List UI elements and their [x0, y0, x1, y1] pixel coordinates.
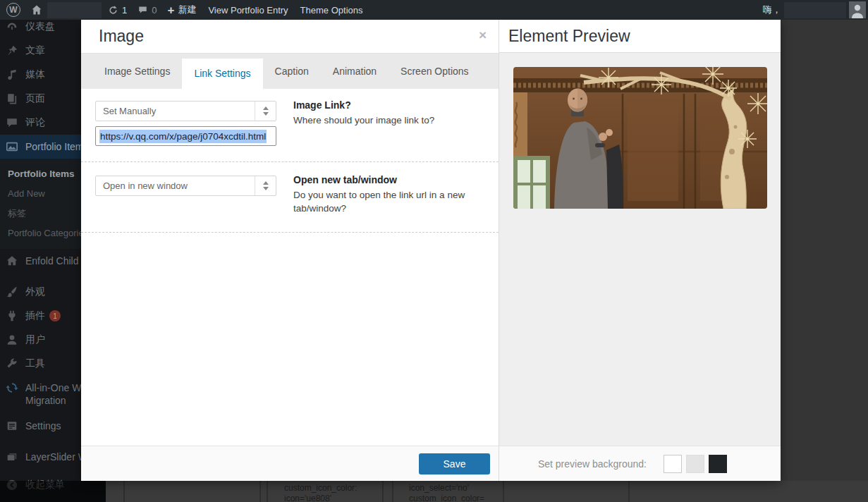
select-stepper-icon [255, 176, 276, 195]
layerslider-icon [6, 451, 18, 463]
save-button[interactable]: Save [419, 453, 490, 475]
tools-icon [6, 357, 18, 370]
shortcode-text: icon_select='no' custom_icon_color= [409, 483, 484, 502]
migration-icon [6, 381, 18, 394]
image-link-row: Set Manually https://v.qq.com/x/page/j07… [81, 89, 499, 162]
home-icon [6, 255, 18, 267]
preview-background-label: Set preview background: [538, 458, 647, 470]
dimmed-page-background: custom_icon_color: icon='ue808' icon_sel… [106, 481, 868, 502]
close-icon[interactable]: × [479, 28, 487, 42]
builder-column-border [259, 481, 261, 502]
tab-animation[interactable]: Animation [321, 54, 389, 89]
modal-title: Image [99, 27, 144, 46]
updates-item[interactable]: 1 [108, 5, 127, 16]
wordpress-logo-icon[interactable]: W [6, 3, 20, 17]
plugins-icon [6, 310, 18, 322]
view-portfolio-entry-link[interactable]: View Portfolio Entry [208, 5, 288, 16]
comments-item[interactable]: 0 [137, 5, 157, 16]
builder-column-border [382, 481, 384, 502]
updates-count: 1 [122, 5, 127, 16]
plus-icon: + [167, 4, 174, 16]
preview-bg-swatch-black[interactable] [709, 455, 727, 473]
preview-footer: Set preview background: [499, 446, 781, 481]
element-preview-panel: Element Preview [499, 20, 781, 481]
preview-image [513, 67, 767, 209]
redacted-username[interactable] [784, 2, 846, 18]
admin-bar: W 1 0 + 新建 View Portfolio Entry Theme Op… [0, 0, 868, 20]
image-link-info: Image Link? Where should your image link… [293, 99, 472, 127]
preview-bg-swatch-gray[interactable] [686, 455, 704, 473]
image-element-modal: Image × Image Settings Link Settings Cap… [81, 20, 781, 481]
tab-link-settings[interactable]: Link Settings [182, 59, 262, 89]
settings-icon [6, 420, 18, 432]
modal-tabbar: Image Settings Link Settings Caption Ani… [81, 54, 499, 89]
person-icon [849, 1, 866, 18]
modal-settings-panel: Image × Image Settings Link Settings Cap… [81, 20, 499, 481]
open-new-tab-info: Open new tab/window Do you want to open … [293, 174, 472, 215]
preview-bg-swatch-white[interactable] [664, 455, 682, 473]
media-icon [6, 68, 18, 81]
preview-header: Element Preview [499, 20, 781, 53]
shortcode-text: custom_icon_color: icon='ue808' [284, 483, 357, 502]
dashboard-icon [6, 20, 18, 33]
avatar[interactable] [849, 1, 866, 18]
builder-column-border [503, 481, 504, 502]
comments-count: 0 [152, 5, 157, 16]
modal-header: Image × [81, 20, 499, 54]
posts-icon [6, 44, 18, 57]
open-new-tab-row: Open in new window Open new tab/window D… [81, 162, 499, 233]
theme-options-link[interactable]: Theme Options [300, 5, 363, 16]
preview-title: Element Preview [508, 27, 630, 46]
new-label: 新建 [178, 4, 196, 16]
target-window-select[interactable]: Open in new window [95, 176, 276, 196]
select-stepper-icon [255, 102, 276, 121]
appearance-icon [6, 286, 18, 298]
builder-column-border [392, 481, 393, 502]
builder-column-border [123, 481, 125, 502]
tab-caption[interactable]: Caption [263, 54, 321, 89]
comment-icon [137, 5, 148, 15]
image-link-input[interactable]: https://v.qq.com/x/page/j0704xcdtil.html [95, 126, 276, 146]
new-content-item[interactable]: + 新建 [167, 4, 196, 16]
collapse-icon [6, 479, 18, 491]
link-type-select[interactable]: Set Manually [95, 101, 276, 121]
preview-image-scene [513, 67, 767, 209]
portfolio-icon [6, 140, 18, 153]
update-icon [108, 5, 118, 16]
tab-image-settings[interactable]: Image Settings [92, 54, 182, 89]
link-settings-form: Set Manually https://v.qq.com/x/page/j07… [81, 89, 499, 446]
pages-icon [6, 92, 18, 105]
builder-column-border [628, 481, 630, 502]
greeting-text: 嗨， [763, 4, 781, 16]
builder-column-border [267, 481, 268, 502]
tab-screen-options[interactable]: Screen Options [389, 54, 481, 89]
selected-url-text: https://v.qq.com/x/page/j0704xcdtil.html [99, 130, 267, 143]
modal-footer: Save [81, 446, 499, 481]
users-icon [6, 333, 18, 346]
redacted-site-name[interactable] [47, 2, 102, 18]
plugins-update-badge: 1 [49, 310, 61, 322]
home-icon[interactable] [31, 4, 42, 16]
comments-icon [6, 116, 18, 129]
